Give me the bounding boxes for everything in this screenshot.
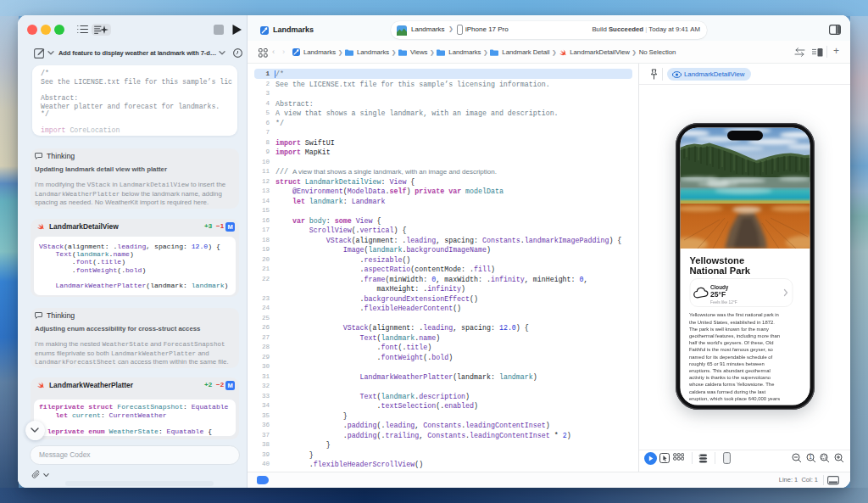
svg-text:Feels like 12°F: Feels like 12°F	[710, 300, 737, 305]
svg-text:Yellowstone: Yellowstone	[690, 255, 745, 265]
svg-text:activity is thanks to the supe: activity is thanks to the supervolcano	[689, 375, 771, 380]
svg-text:named for its dependable sched: named for its dependable schedule of	[689, 355, 773, 360]
svg-text:The park is well known for the: The park is well known for the many	[689, 327, 769, 332]
svg-text:1: 1	[809, 454, 812, 460]
svg-text:roughly 65 or 91 minutes betwe: roughly 65 or 91 minutes between	[689, 361, 765, 366]
svg-text:Faithful is the most famous ge: Faithful is the most famous geyser, so	[689, 347, 774, 352]
svg-text:25°F: 25°F	[710, 290, 726, 299]
svg-text:caldera was formed during the: caldera was formed during the last	[689, 389, 765, 394]
svg-text:National Park: National Park	[690, 265, 751, 276]
svg-text:the United States, established: the United States, established in 1872.	[689, 320, 775, 325]
svg-text:half the world’s geysers. Of t: half the world’s geysers. Of these, Old	[689, 340, 773, 345]
svg-text:eruption, which took place 640: eruption, which took place 640,000 years	[689, 396, 780, 401]
svg-text:Yellowstone was the first nati: Yellowstone was the first national park …	[689, 312, 779, 317]
svg-text:eruptions. This abundant geoth: eruptions. This abundant geothermal	[689, 368, 771, 373]
svg-text:whose caldera forms Yellowston: whose caldera forms Yellowstone. The	[688, 382, 775, 387]
svg-text:geothermal features, including: geothermal features, including more than	[689, 333, 780, 338]
